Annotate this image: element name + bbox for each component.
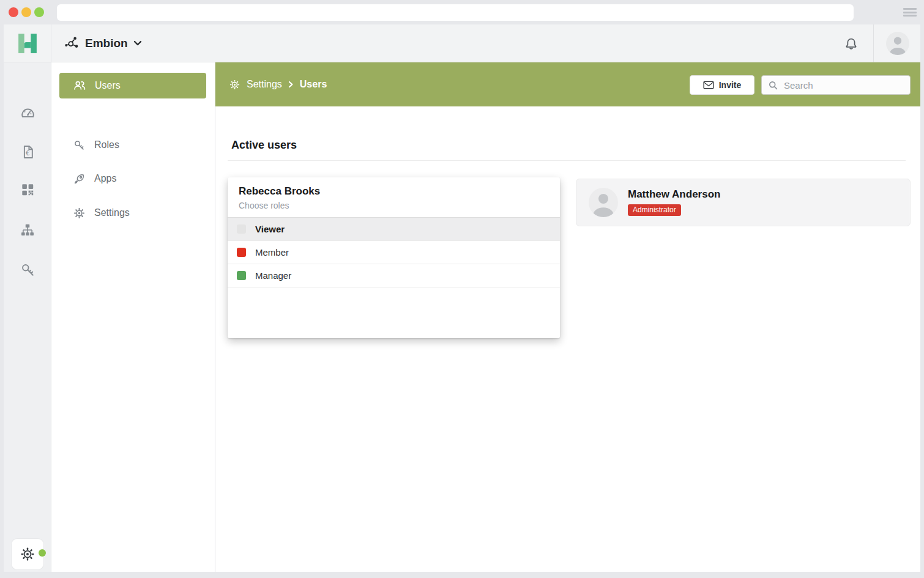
org-switcher[interactable]: Embion <box>64 24 142 62</box>
bell-icon <box>843 36 859 52</box>
svg-text:€: € <box>25 150 29 157</box>
user-avatar <box>589 188 618 217</box>
search-field <box>761 75 911 95</box>
app-header: Embion <box>4 24 920 62</box>
role-option-member[interactable]: Member <box>228 241 560 264</box>
breadcrumb-users[interactable]: Users <box>300 79 327 90</box>
h-logo-icon <box>18 33 37 54</box>
sidebar-item-roles[interactable]: Roles <box>59 132 206 158</box>
sidebar-item-label: Roles <box>94 139 119 150</box>
role-option-label: Viewer <box>255 224 285 234</box>
invite-button[interactable]: Invite <box>690 75 754 95</box>
role-option-manager[interactable]: Manager <box>228 264 560 287</box>
invite-label: Invite <box>719 80 742 90</box>
sitemap-icon <box>20 222 35 238</box>
app-window: Embion <box>4 24 920 572</box>
address-bar[interactable] <box>57 4 854 21</box>
search-input[interactable] <box>784 80 900 91</box>
search-icon <box>768 80 778 91</box>
settings-gear-icon <box>229 79 240 91</box>
screen: { "brand": { "logo_letter": "H", "name":… <box>0 0 924 578</box>
nav-apps[interactable] <box>4 176 51 204</box>
minimize-window-button[interactable] <box>21 7 31 17</box>
settings-sidebar: Users Roles Apps <box>51 62 215 572</box>
nav-dashboard[interactable] <box>4 99 51 127</box>
window-controls <box>9 7 44 17</box>
role-option-label: Manager <box>255 270 291 281</box>
key-icon <box>73 139 86 152</box>
role-option-label: Member <box>255 247 289 258</box>
sidebar-item-label: Settings <box>94 207 130 218</box>
role-dropdown-header: Rebecca Brooks Choose roles <box>228 177 560 218</box>
page-banner: Settings Users Invite <box>215 62 920 106</box>
brand-name: Embion <box>85 37 128 50</box>
browser-chrome <box>0 0 924 24</box>
apps-grid-icon <box>20 182 35 198</box>
role-badge: Administrator <box>628 204 681 216</box>
role-color-swatch <box>237 224 246 234</box>
chevron-right-icon <box>288 81 294 88</box>
sidebar-item-settings[interactable]: Settings <box>59 200 206 226</box>
browser-menu-icon[interactable] <box>903 8 917 17</box>
breadcrumb-settings[interactable]: Settings <box>247 79 282 90</box>
key-icon <box>20 262 36 278</box>
role-option-viewer[interactable]: Viewer <box>228 218 560 241</box>
users-people-icon <box>73 79 86 92</box>
envelope-icon <box>703 81 714 89</box>
invoice-euro-icon: € <box>20 144 36 160</box>
status-indicator-dot <box>39 549 46 557</box>
molecule-icon <box>64 35 80 51</box>
home-logo-button[interactable] <box>4 24 51 62</box>
header-divider <box>873 24 874 62</box>
sidebar-item-users[interactable]: Users <box>59 73 206 98</box>
sidebar-item-label: Apps <box>94 173 116 184</box>
account-avatar[interactable] <box>886 32 909 55</box>
person-silhouette-icon <box>589 188 618 217</box>
close-window-button[interactable] <box>9 7 18 17</box>
role-dropdown: Rebecca Brooks Choose roles Viewer Membe… <box>228 177 560 338</box>
role-dropdown-subtitle: Choose roles <box>239 201 549 210</box>
nav-billing[interactable]: € <box>4 138 51 166</box>
dashboard-gauge-icon <box>20 105 36 122</box>
gear-icon <box>20 546 35 562</box>
notifications-button[interactable] <box>841 34 862 54</box>
nav-organization[interactable] <box>4 216 51 244</box>
breadcrumb: Settings Users <box>229 62 327 106</box>
icon-rail: € <box>4 62 51 572</box>
main-content: Settings Users Invite <box>215 62 920 572</box>
role-dropdown-user-name: Rebecca Brooks <box>239 185 549 198</box>
sidebar-item-label: Users <box>95 80 121 91</box>
user-card-matthew-anderson[interactable]: Matthew Anderson Administrator <box>576 179 911 226</box>
rocket-icon <box>73 172 86 185</box>
role-color-swatch <box>237 248 246 257</box>
person-silhouette-icon <box>886 32 909 55</box>
chevron-down-icon <box>133 40 142 46</box>
zoom-window-button[interactable] <box>34 7 44 17</box>
page-title: Active users <box>231 139 297 152</box>
user-name: Matthew Anderson <box>628 188 720 201</box>
sidebar-item-apps[interactable]: Apps <box>59 166 206 191</box>
title-divider <box>228 160 906 161</box>
gear-icon <box>73 207 86 220</box>
nav-access-keys[interactable] <box>4 256 51 284</box>
role-color-swatch <box>237 271 246 280</box>
